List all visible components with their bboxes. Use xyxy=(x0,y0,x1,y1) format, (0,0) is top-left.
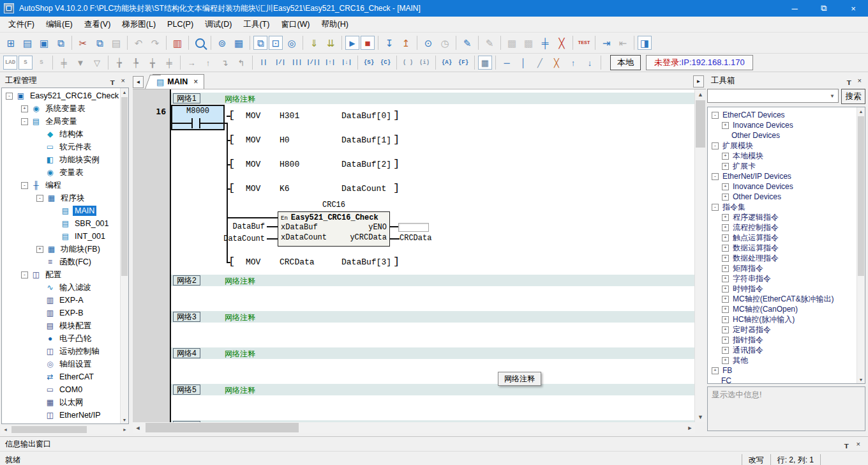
mov-instruction[interactable]: [MOVH0DataBuf[1]] xyxy=(171,135,695,146)
online-delete-button[interactable]: ▩ xyxy=(521,36,536,50)
toolbox-item-1[interactable]: +Inovance Devices xyxy=(709,120,857,130)
wire-up-button[interactable]: ↑ xyxy=(200,56,216,69)
branch-close-button[interactable]: ╄ xyxy=(128,56,144,69)
scroll-right-icon[interactable]: ► xyxy=(121,425,129,434)
menu-edit[interactable]: 编辑(E) xyxy=(40,17,79,32)
project-tree-scrollbar[interactable]: ▲ ▼ xyxy=(120,88,128,423)
edit-program-button[interactable]: ✎ xyxy=(482,36,497,50)
tree-expander-icon[interactable]: + xyxy=(36,246,43,253)
scroll-down-icon[interactable]: ▼ xyxy=(695,412,706,422)
draw-vline-button[interactable]: │ xyxy=(516,56,531,69)
network-name[interactable]: 网络2 xyxy=(173,275,200,286)
scroll-thumb[interactable] xyxy=(121,97,128,276)
menu-file[interactable]: 文件(F) xyxy=(3,17,40,32)
toolbox-item-20[interactable]: +HC轴控(脉冲输入) xyxy=(709,314,857,324)
project-item-3[interactable]: ◆结构体 xyxy=(2,128,121,141)
wire-draw-down-button[interactable]: ↓ xyxy=(582,56,597,69)
scroll-thumb[interactable] xyxy=(858,116,864,276)
tree-expander-icon[interactable]: - xyxy=(712,112,719,119)
network-body[interactable] xyxy=(171,286,695,311)
branch-open-button[interactable]: ╆ xyxy=(112,56,127,69)
network-comment[interactable]: 网络注释 xyxy=(225,385,255,396)
network-body[interactable] xyxy=(171,359,695,384)
toolbox-item-18[interactable]: +MC轴控(EtherCAT&脉冲输出) xyxy=(709,294,857,304)
network-comment[interactable]: 网络注释 xyxy=(225,276,255,287)
toolbox-item-10[interactable]: +程序逻辑指令 xyxy=(709,212,857,222)
project-item-2[interactable]: -▤全局变量 xyxy=(2,115,121,128)
search-button[interactable]: 搜索 xyxy=(841,89,865,104)
project-item-21[interactable]: ◎轴组设置 xyxy=(2,358,121,370)
tree-expander-icon[interactable]: + xyxy=(722,194,729,201)
compile-all-button[interactable]: ⇊ xyxy=(323,36,338,50)
wire-draw-up-button[interactable]: ↑ xyxy=(565,56,581,69)
undo-button[interactable]: ↶ xyxy=(131,36,146,50)
project-item-9[interactable]: ▤MAIN xyxy=(2,204,121,217)
function-block-button[interactable]: ▦ xyxy=(478,56,492,70)
append-row-button[interactable]: ▽ xyxy=(89,56,105,69)
minimize-button[interactable]: ─ xyxy=(780,0,809,17)
download-button[interactable]: ↧ xyxy=(382,36,397,50)
delete-button[interactable]: ▥ xyxy=(170,36,185,50)
save-button[interactable]: ▣ xyxy=(36,36,52,50)
fb-output-arg[interactable]: CRCData xyxy=(400,234,431,243)
project-item-22[interactable]: ⇄EtherCAT xyxy=(2,370,121,383)
tree-expander-icon[interactable]: + xyxy=(722,337,729,344)
project-tree-hscrollbar[interactable]: ◄ ► xyxy=(1,425,129,434)
scroll-up-icon[interactable]: ▲ xyxy=(121,88,128,96)
close-button[interactable]: × xyxy=(839,0,868,17)
cross-reference-button[interactable]: ◎ xyxy=(284,36,299,50)
tree-expander-icon[interactable]: + xyxy=(722,153,729,160)
tree-expander-icon[interactable]: + xyxy=(722,306,729,313)
delete-row-button[interactable]: ╳ xyxy=(554,36,569,50)
contact-falling-button[interactable]: |↓| xyxy=(339,56,354,69)
branch-insert-button[interactable]: ╈ xyxy=(145,56,160,69)
toolbox-item-5[interactable]: +扩展卡 xyxy=(709,161,857,171)
tree-expander-icon[interactable]: + xyxy=(722,122,729,129)
project-item-7[interactable]: -╫编程 xyxy=(2,179,121,192)
network-body[interactable] xyxy=(171,323,695,347)
tree-expander-icon[interactable]: - xyxy=(712,142,719,149)
scroll-thumb[interactable] xyxy=(696,100,705,148)
compile-button[interactable]: ⇓ xyxy=(306,36,322,50)
tab-close-icon[interactable]: × xyxy=(193,77,198,86)
scroll-right-icon[interactable]: ► xyxy=(685,422,695,433)
applied-instruction-button[interactable]: {A} xyxy=(439,56,454,69)
tree-expander-icon[interactable]: - xyxy=(21,271,28,278)
insert-row-below-button[interactable]: ▼ xyxy=(73,56,88,69)
scroll-thumb[interactable] xyxy=(146,423,299,432)
toolbox-item-7[interactable]: +Inovance Devices xyxy=(709,181,857,192)
toolbox-item-24[interactable]: +其他 xyxy=(709,355,857,365)
project-item-24[interactable]: ▦以太网 xyxy=(2,396,121,409)
trace-button[interactable]: ◷ xyxy=(437,36,453,50)
project-item-17[interactable]: ▥EXP-B xyxy=(2,307,121,319)
delete-line-button[interactable]: ╱ xyxy=(532,56,548,69)
project-item-6[interactable]: ◉变量表 xyxy=(2,166,121,179)
menu-window[interactable]: 窗口(W) xyxy=(275,17,315,32)
wire-right-button[interactable]: → xyxy=(184,56,199,69)
local-button[interactable]: 本地 xyxy=(610,55,641,70)
device-view-button[interactable]: ◨ xyxy=(638,36,652,50)
coil-button[interactable]: ( ) xyxy=(400,56,415,69)
wire-corner-up-button[interactable]: ↰ xyxy=(234,56,249,69)
mov-instruction[interactable]: [MOVK6DataCount] xyxy=(171,183,695,195)
stop-button[interactable]: ■ xyxy=(361,36,375,50)
toolbox-item-15[interactable]: +矩阵指令 xyxy=(709,263,857,273)
tab-scroll-left-button[interactable]: ◄ xyxy=(133,76,144,88)
paste-button[interactable]: ▤ xyxy=(108,36,124,50)
close-icon[interactable]: × xyxy=(858,77,862,85)
network-comment[interactable]: 网络注释 xyxy=(225,349,255,360)
open-project-button[interactable]: ▤ xyxy=(20,36,35,50)
tree-expander-icon[interactable]: + xyxy=(722,224,729,231)
scroll-thumb[interactable] xyxy=(11,426,87,433)
tree-expander-icon[interactable]: - xyxy=(6,93,13,100)
wire-corner-down-button[interactable]: ↴ xyxy=(217,56,232,69)
monitor-button[interactable]: ⊙ xyxy=(421,36,436,50)
menu-ladder[interactable]: 梯形图(L) xyxy=(116,17,161,32)
toolbox-item-16[interactable]: +字符串指令 xyxy=(709,273,857,284)
online-modify-button[interactable]: ▩ xyxy=(504,36,520,50)
scroll-left-icon[interactable]: ◄ xyxy=(133,422,143,433)
project-item-11[interactable]: ▤INT_001 xyxy=(2,230,121,243)
toolbox-item-17[interactable]: +时钟指令 xyxy=(709,284,857,294)
usb-test-button[interactable]: TEST xyxy=(576,36,592,50)
tree-expander-icon[interactable]: + xyxy=(722,245,729,252)
